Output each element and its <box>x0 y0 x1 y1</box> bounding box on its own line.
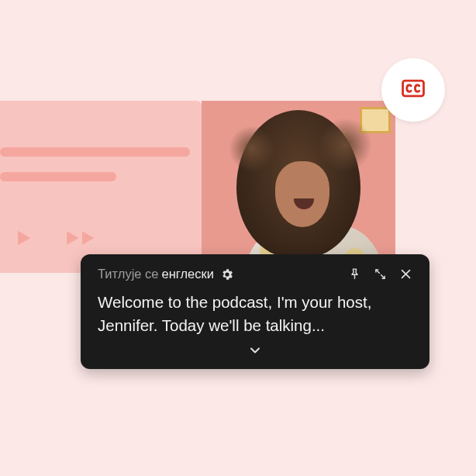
waveform-bar <box>0 172 116 181</box>
caption-expand-button[interactable] <box>98 340 412 363</box>
caption-language: енглески <box>162 267 214 281</box>
caption-language-prefix: Титлује се <box>98 267 159 281</box>
fast-forward-icon[interactable] <box>65 226 99 250</box>
player-panel <box>0 101 202 273</box>
play-icon[interactable] <box>12 226 34 250</box>
close-icon[interactable] <box>399 267 412 281</box>
pin-icon[interactable] <box>348 267 361 281</box>
cc-badge[interactable] <box>381 58 445 122</box>
live-caption-panel: Титлује се енглески Welcome to the podca… <box>81 254 429 369</box>
chevron-down-icon <box>247 343 263 361</box>
fullscreen-icon[interactable] <box>374 267 387 281</box>
caption-text: Welcome to the podcast, I'm your host, J… <box>98 291 412 336</box>
closed-captions-icon <box>400 75 426 105</box>
waveform-bar <box>0 147 190 157</box>
caption-header: Титлује се енглески <box>98 267 412 281</box>
player-controls <box>12 226 99 250</box>
gear-icon[interactable] <box>220 267 234 281</box>
